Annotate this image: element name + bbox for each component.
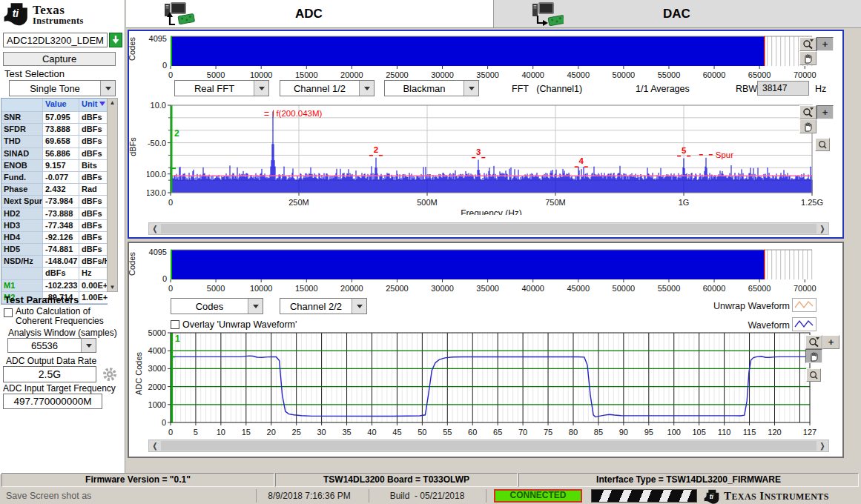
stats-row[interactable]: M1-102.2330.00E+0 — [1, 280, 108, 292]
x-tick-label: 30 — [317, 428, 326, 437]
pan-tool-button[interactable] — [799, 119, 817, 133]
chevron-down-icon[interactable] — [248, 299, 263, 314]
overlay-unwrap-checkbox[interactable] — [171, 320, 179, 329]
scroll-left-icon[interactable]: ❬ — [150, 441, 160, 451]
harmonic-marker-label: 3 — [476, 147, 481, 156]
stats-row[interactable]: NSD/Hz-148.047dBFs/Hz — [1, 256, 108, 268]
wave-channel-select[interactable]: Channel 2/2 — [280, 298, 367, 314]
x-tick-label: 0 — [168, 70, 173, 79]
display-type-select[interactable]: Codes — [171, 298, 263, 314]
footer-divider — [369, 489, 369, 503]
zoom-reset-button[interactable] — [806, 368, 821, 382]
y-tick-label: -100.0 — [147, 170, 166, 179]
y-tick-label: 5000 — [148, 330, 166, 337]
waveform-plot[interactable]: 1010002000300040005000051015202530354045… — [147, 330, 837, 438]
stats-row[interactable]: HD5-74.881dBFs — [1, 244, 108, 256]
overview1-y-axis-title: Codes — [128, 37, 136, 61]
chevron-down-icon[interactable] — [254, 81, 268, 96]
capture-button[interactable]: Capture — [3, 52, 116, 66]
stats-row[interactable]: THD69.658dBFs — [1, 136, 108, 147]
chevron-down-icon[interactable] — [81, 339, 96, 352]
stats-row[interactable]: Next Spur-73.984dBFs — [1, 196, 108, 208]
filter-icon[interactable] — [99, 102, 105, 106]
stats-row[interactable]: ENOB9.157Bits — [1, 160, 108, 172]
chevron-down-icon[interactable] — [352, 299, 366, 314]
scroll-right-icon[interactable]: ❭ — [817, 224, 828, 233]
tab-adc[interactable]: ADC — [126, 0, 494, 28]
target-freq-label: ADC Input Target Frequency — [3, 383, 116, 394]
crosshair-tool-button[interactable]: + — [817, 37, 834, 51]
save-screenshot-button[interactable]: Save Screen shot as — [6, 491, 91, 501]
harmonic-marker-label: 2 — [374, 145, 378, 154]
x-tick-label: 50 — [418, 428, 426, 437]
zoom-tool-button[interactable] — [805, 335, 822, 349]
fft-horizontal-scrollbar[interactable]: ❬ ❭ — [148, 222, 829, 235]
legend-unwrap-swatch[interactable] — [792, 298, 817, 312]
device-select-value: ADC12DL3200_LDEM — [7, 35, 104, 46]
zoom-reset-button[interactable] — [815, 138, 830, 151]
stats-row[interactable]: HD3-77.348dBFs — [1, 220, 108, 232]
x-tick-label: 50000 — [613, 284, 636, 293]
rbw-input[interactable]: 38147 — [757, 81, 809, 96]
stats-cell: -74.881 — [43, 244, 79, 255]
fft-window-value: Blackman — [385, 81, 464, 96]
fft-window-select[interactable]: Blackman — [384, 80, 479, 96]
scrollbar-thumb[interactable] — [161, 441, 817, 451]
gear-icon[interactable] — [102, 366, 118, 382]
pan-tool-button[interactable] — [805, 349, 822, 363]
capture-overview-chart-ch2[interactable]: 4095005000100001500020000250003000035000… — [147, 246, 834, 294]
stats-row[interactable]: HD4-92.126dBFs — [1, 232, 108, 244]
stats-cell: 73.888 — [43, 124, 79, 135]
analysis-window-value: 65536 — [8, 339, 81, 352]
stats-row[interactable]: Phase2.432Rad — [1, 184, 108, 196]
scroll-left-icon[interactable]: ❬ — [150, 224, 160, 233]
device-select[interactable]: ADC12DL3200_LDEM — [3, 33, 108, 47]
wave-horizontal-scrollbar[interactable]: ❬ ❭ — [148, 440, 829, 452]
crosshair-tool-button[interactable]: + — [822, 335, 839, 349]
stats-table-scrollbar[interactable]: ▲▼ — [107, 98, 118, 292]
test-selection-select[interactable]: Single Tone — [9, 80, 116, 96]
fft-channel-value: Channel 1/2 — [280, 81, 359, 96]
stats-cell: SINAD — [1, 148, 43, 159]
stats-row[interactable]: SNR57.095dBFs — [1, 112, 108, 124]
load-device-button[interactable] — [109, 33, 122, 47]
chevron-down-icon[interactable] — [359, 81, 374, 96]
target-freq-input[interactable]: 497.770000000M — [3, 394, 102, 409]
x-tick-label: 70000 — [794, 70, 817, 79]
stats-row[interactable]: Fund.-0.077dBFs — [1, 172, 108, 184]
x-tick-label: 35000 — [476, 284, 499, 293]
y-tick-label: -130.0 — [147, 188, 166, 197]
x-tick-label: 45000 — [567, 284, 590, 293]
data-rate-input[interactable]: 2.5G — [3, 366, 96, 382]
zoom-tool-button[interactable] — [799, 105, 817, 119]
crosshair-tool-button[interactable]: + — [817, 105, 834, 119]
fft-channel-select[interactable]: Channel 1/2 — [280, 80, 375, 96]
analysis-window-select[interactable]: 65536 — [7, 338, 96, 353]
ti-logo-icon: ti — [703, 489, 721, 504]
stats-row[interactable]: SFDR73.888dBFs — [1, 124, 108, 136]
zoom-tool-button[interactable] — [799, 37, 817, 51]
x-tick-label: 115 — [743, 428, 756, 437]
x-tick-label: 80 — [569, 428, 578, 437]
chevron-down-icon[interactable] — [464, 81, 478, 96]
ti-logo-icon: ti — [3, 2, 30, 26]
scrollbar-thumb[interactable] — [161, 224, 817, 233]
stats-row[interactable]: SINAD56.886dBFs — [1, 148, 108, 160]
chevron-down-icon[interactable] — [100, 81, 115, 96]
stats-row[interactable]: dBFsHz — [1, 268, 108, 279]
pan-tool-button[interactable] — [799, 51, 817, 65]
y-tick-label: 4095 — [149, 34, 167, 43]
stats-cell: Phase — [1, 184, 43, 195]
scroll-right-icon[interactable]: ❭ — [817, 441, 828, 451]
stats-table: ValueUnit SNR57.095dBFsSFDR73.888dBFsTHD… — [1, 98, 108, 305]
stats-row[interactable]: HD2-73.888dBFs — [1, 208, 108, 220]
capture-overview-chart-ch1[interactable]: 4095005000100001500020000250003000035000… — [147, 33, 834, 80]
stats-cell: Hz — [79, 268, 108, 279]
tab-dac[interactable]: DAC — [494, 0, 861, 28]
stats-cell: dBFs — [79, 208, 108, 219]
fft-plot[interactable]: f(200.043M)2345Spur210.0-50.0-100.0-130.… — [147, 102, 837, 215]
x-tick-label: 95 — [644, 428, 653, 437]
fft-type-select[interactable]: Real FFT — [174, 80, 269, 96]
x-tick-label: 30000 — [431, 70, 454, 79]
auto-calc-checkbox[interactable] — [4, 308, 13, 317]
